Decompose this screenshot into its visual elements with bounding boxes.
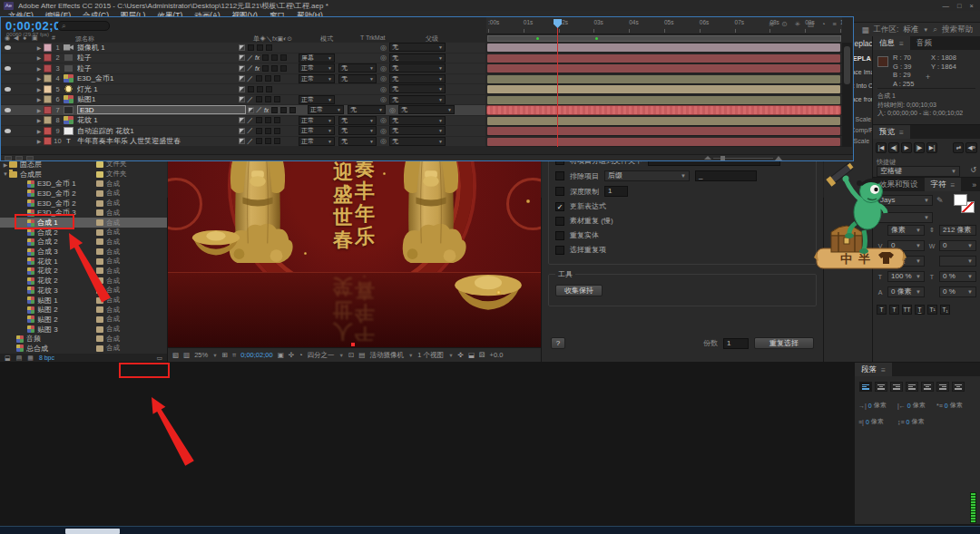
- footer-toggle-icon[interactable]: [5, 156, 12, 160]
- layer-name[interactable]: 花纹 1: [77, 115, 237, 125]
- project-item[interactable]: 合成 1合成: [0, 218, 167, 228]
- blend-mode-select[interactable]: 正常▼: [299, 116, 335, 125]
- project-item[interactable]: 合成 2合成: [0, 238, 167, 248]
- char-field[interactable]: 212 像素▼: [939, 225, 976, 236]
- bit-depth-label[interactable]: 8 bpc: [39, 354, 54, 361]
- footer-toggle-icon[interactable]: [26, 156, 34, 160]
- align-button[interactable]: [875, 382, 887, 392]
- parent-select[interactable]: 无▼: [389, 95, 446, 104]
- project-item[interactable]: 合成 2合成: [0, 228, 167, 238]
- viewer-status-icon[interactable]: ✜: [458, 351, 464, 359]
- layer-label-chip[interactable]: [44, 85, 52, 93]
- search-icon[interactable]: ⌕: [933, 24, 937, 34]
- layer-duration-bar[interactable]: [487, 117, 840, 125]
- parent-select[interactable]: 无▼: [389, 116, 446, 125]
- trkmat-select[interactable]: 无▼: [338, 137, 377, 146]
- parent-select[interactable]: 无▼: [389, 84, 446, 93]
- align-button[interactable]: [921, 382, 934, 392]
- layer-row[interactable]: ▶2粒子／fx屏幕▼◎无▼: [1, 53, 485, 64]
- layer-label-chip[interactable]: [44, 127, 52, 135]
- parent-select[interactable]: 无▼: [389, 126, 446, 135]
- viewer-status-icon[interactable]: ⬓: [468, 351, 475, 359]
- pickwhip-icon[interactable]: ◎: [380, 85, 387, 93]
- layer-name[interactable]: 粒子: [77, 63, 237, 73]
- viewer-status-item[interactable]: 四分之一: [308, 351, 335, 360]
- trkmat-column-header[interactable]: T TrkMat: [360, 34, 385, 41]
- layer-duration-bar[interactable]: [487, 85, 840, 93]
- checkbox[interactable]: [555, 171, 564, 180]
- parent-select[interactable]: 无▼: [389, 43, 446, 52]
- viewer-status-icon[interactable]: ⊡: [348, 351, 354, 359]
- project-item[interactable]: 花纹 2合成: [0, 276, 167, 286]
- paragraph-field[interactable]: |←0像素: [897, 401, 936, 410]
- timeline-option-icon[interactable]: ◔: [821, 20, 826, 28]
- char-field[interactable]: 0 像素▼: [887, 286, 925, 297]
- layer-name[interactable]: 灯光 1: [77, 84, 237, 94]
- trkmat-select[interactable]: 无▼: [348, 105, 386, 114]
- faux-style-button[interactable]: TT: [902, 305, 912, 315]
- fill-stroke-swatches[interactable]: [954, 194, 975, 214]
- viewer-status-icon[interactable]: ▤: [358, 351, 365, 359]
- layer-name[interactable]: 粒子: [77, 53, 237, 63]
- checkbox[interactable]: ✓: [555, 202, 564, 211]
- blend-mode-select[interactable]: 正常▼: [299, 74, 335, 83]
- parent-select[interactable]: 无▼: [398, 105, 455, 114]
- duplicate-selection-button[interactable]: 重复选择: [754, 337, 814, 349]
- transport-button[interactable]: ▶: [901, 142, 912, 153]
- blend-mode-select[interactable]: 正常▼: [308, 105, 344, 114]
- av-column-icon[interactable]: ◀: [14, 34, 18, 42]
- layer-label-chip[interactable]: [44, 106, 52, 114]
- work-area-bar[interactable]: [487, 35, 841, 42]
- tab-info[interactable]: 信息≡: [873, 36, 910, 50]
- layer-duration-bar[interactable]: [487, 127, 840, 135]
- tab-character[interactable]: 字符≡: [925, 178, 962, 191]
- tcd-input[interactable]: _: [695, 170, 757, 181]
- tcd-help-button[interactable]: ?: [551, 337, 565, 349]
- viewer-status-icon[interactable]: ▣: [278, 351, 284, 359]
- timeline-option-icon[interactable]: ✳: [795, 20, 800, 28]
- blend-mode-select[interactable]: 正常▼: [299, 137, 335, 146]
- char-field[interactable]: 0 %▼: [939, 271, 976, 282]
- layer-duration-bar[interactable]: [487, 44, 840, 52]
- layer-label-chip[interactable]: [44, 74, 52, 83]
- parent-select[interactable]: 无▼: [389, 63, 446, 73]
- project-item[interactable]: E3D_金币 3合成: [0, 209, 167, 218]
- checkbox[interactable]: [555, 187, 564, 196]
- viewer-status-item[interactable]: 1 个视图: [417, 351, 444, 360]
- project-item[interactable]: 花纹 3合成: [0, 286, 167, 296]
- layer-label-chip[interactable]: [44, 44, 52, 52]
- tab-audio[interactable]: 音频: [910, 36, 938, 50]
- viewer-status-icon[interactable]: ◔: [299, 351, 303, 359]
- layer-row[interactable]: ▶9自动追踪的 花纹1／正常▼无▼◎无▼: [1, 126, 485, 137]
- viewer-status-icon[interactable]: ▥: [183, 351, 190, 359]
- layer-row[interactable]: ▶3粒子／fx正常▼无▼◎无▼: [1, 63, 485, 74]
- pickwhip-icon[interactable]: ◎: [380, 53, 387, 62]
- layer-name[interactable]: 牛年喜奏丰年乐 人世笑迎盛世春: [77, 136, 237, 146]
- layer-duration-bar[interactable]: [487, 64, 840, 73]
- parent-select[interactable]: 无▼: [389, 74, 446, 83]
- layer-duration-bar[interactable]: [487, 54, 840, 63]
- timeline-search-input[interactable]: ⌕: [57, 21, 110, 31]
- paragraph-field[interactable]: ↨≡0像素: [897, 417, 936, 426]
- window-maximize-button[interactable]: □: [957, 2, 962, 10]
- paragraph-field[interactable]: →|0像素: [858, 401, 897, 410]
- eye-icon[interactable]: [5, 87, 11, 92]
- project-item[interactable]: E3D_金币 2合成: [0, 189, 167, 199]
- transport-button[interactable]: |◀: [876, 142, 887, 153]
- tcd-input[interactable]: 1: [604, 186, 628, 197]
- viewer-status-item[interactable]: +0.0: [490, 351, 504, 359]
- align-button[interactable]: [952, 382, 965, 392]
- transport-button[interactable]: |▶: [914, 142, 925, 153]
- av-column-icon[interactable]: ●: [23, 34, 26, 41]
- workspace-select[interactable]: 标准: [903, 24, 918, 35]
- blend-mode-select[interactable]: 正常▼: [299, 95, 335, 104]
- faux-style-button[interactable]: T¹: [927, 305, 937, 315]
- trkmat-select[interactable]: 无▼: [338, 116, 377, 125]
- index-column-header[interactable]: #: [52, 34, 55, 41]
- pickwhip-icon[interactable]: ◎: [380, 74, 387, 83]
- parent-select[interactable]: 无▼: [389, 53, 446, 63]
- align-button[interactable]: [890, 382, 903, 392]
- layer-row[interactable]: ▶7E3D／fx正常▼无▼◎无▼: [1, 105, 485, 116]
- timeline-scrollbar[interactable]: [842, 43, 852, 147]
- char-field[interactable]: ▼: [939, 256, 976, 267]
